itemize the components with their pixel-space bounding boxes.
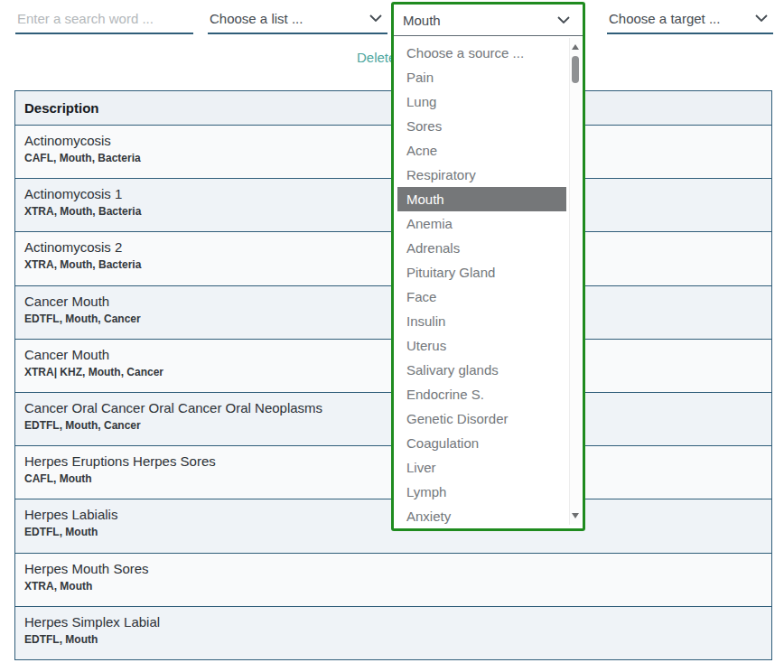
row-subtitle: XTRA, Mouth — [24, 580, 762, 593]
scroll-up-arrow-icon[interactable] — [572, 44, 579, 50]
row-title: Herpes Simplex Labial — [24, 614, 762, 630]
source-dropdown-open: Mouth Choose a source ... Pain Lung Sore… — [391, 2, 585, 531]
scrollbar-thumb[interactable] — [572, 56, 579, 83]
dropdown-option[interactable]: Anemia — [397, 211, 566, 236]
dropdown-scrollbar[interactable] — [569, 38, 581, 525]
source-dropdown-list: Choose a source ... Pain Lung Sores Acne… — [394, 36, 583, 527]
dropdown-option[interactable]: Lung — [397, 89, 566, 114]
dropdown-option[interactable]: Pituitary Gland — [397, 260, 566, 285]
target-select-value: Choose a target ... — [609, 11, 720, 26]
chevron-down-icon — [557, 16, 570, 23]
scroll-down-arrow-icon[interactable] — [572, 513, 579, 518]
dropdown-option-selected[interactable]: Mouth — [397, 187, 566, 211]
table-row[interactable]: Herpes Simplex Labial EDTFL, Mouth — [15, 606, 771, 659]
dropdown-option[interactable]: Liver — [397, 455, 566, 480]
dropdown-option[interactable]: Pain — [397, 65, 566, 89]
dropdown-option[interactable]: Coagulation — [397, 431, 566, 455]
dropdown-option[interactable]: Anxiety — [397, 504, 566, 528]
dropdown-option[interactable]: Genetic Disorder — [397, 406, 566, 431]
dropdown-option[interactable]: Choose a source ... — [397, 41, 566, 65]
row-subtitle: EDTFL, Mouth — [24, 633, 762, 646]
source-select-value: Mouth — [403, 13, 441, 28]
dropdown-option[interactable]: Lymph — [397, 480, 566, 504]
dropdown-option[interactable]: Uterus — [397, 333, 566, 358]
dropdown-option[interactable]: Adrenals — [397, 236, 566, 260]
table-row[interactable]: Herpes Mouth Sores XTRA, Mouth — [15, 553, 771, 606]
dropdown-option[interactable]: Insulin — [397, 309, 566, 333]
row-title: Herpes Mouth Sores — [24, 561, 762, 576]
frequency-search-page: Choose a list ... Choose a target ... De… — [0, 0, 784, 672]
chevron-down-icon — [755, 14, 768, 22]
search-input[interactable] — [17, 11, 188, 26]
dropdown-option[interactable]: Salivary glands — [397, 358, 566, 382]
dropdown-option[interactable]: Face — [397, 285, 566, 309]
dropdown-option[interactable]: Respiratory — [397, 163, 566, 187]
list-select-value: Choose a list ... — [210, 11, 303, 26]
search-field[interactable] — [15, 4, 193, 34]
source-select[interactable]: Mouth — [394, 5, 583, 36]
dropdown-option[interactable]: Sores — [397, 114, 566, 138]
target-select[interactable]: Choose a target ... — [607, 4, 773, 34]
dropdown-option[interactable]: Endocrine S. — [397, 382, 566, 406]
list-select[interactable]: Choose a list ... — [208, 4, 387, 34]
chevron-down-icon — [369, 14, 382, 22]
dropdown-option[interactable]: Acne — [397, 138, 566, 163]
